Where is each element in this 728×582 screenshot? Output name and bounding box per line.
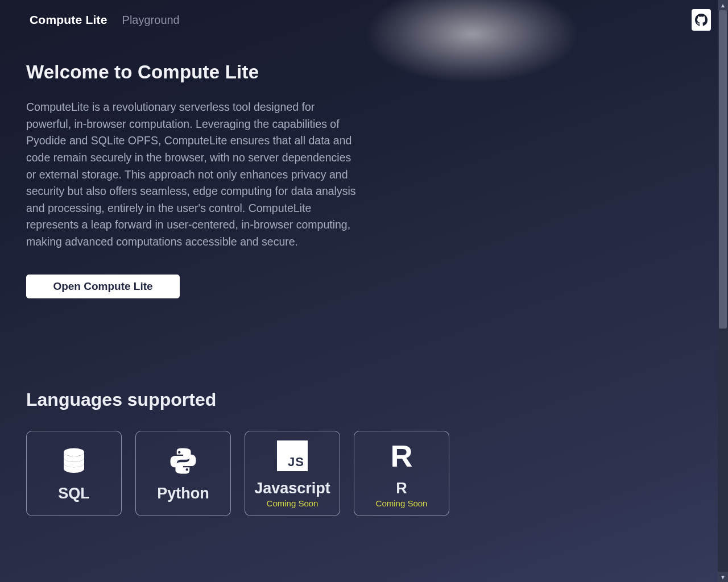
r-letter-icon: R <box>391 440 413 471</box>
javascript-icon: JS <box>277 440 308 472</box>
language-card-javascript[interactable]: JS Javascript Coming Soon <box>245 431 340 516</box>
nav-left: Compute Lite Playground <box>30 13 180 27</box>
scrollbar-thumb[interactable] <box>719 10 727 329</box>
hero-section: Welcome to Compute Lite ComputeLite is a… <box>0 32 398 298</box>
language-name: Python <box>157 485 209 502</box>
brand-link[interactable]: Compute Lite <box>30 13 107 27</box>
language-card-r[interactable]: R R Coming Soon <box>354 431 449 516</box>
language-name: R <box>396 480 407 497</box>
github-icon <box>695 14 708 26</box>
language-name: SQL <box>58 485 90 502</box>
page: Compute Lite Playground Welcome to Compu… <box>0 0 728 582</box>
top-nav: Compute Lite Playground <box>0 0 728 32</box>
github-button[interactable] <box>692 9 711 31</box>
language-card-python[interactable]: Python <box>135 431 231 516</box>
nav-link-playground[interactable]: Playground <box>122 14 180 27</box>
languages-section: Languages supported SQL <box>0 389 728 516</box>
r-icon: R <box>391 440 413 472</box>
hero-description: ComputeLite is a revolutionary serverles… <box>26 99 361 251</box>
language-name: Javascript <box>254 480 330 497</box>
scroll-up-button[interactable]: ▲ <box>718 0 728 10</box>
scroll-down-button[interactable]: ▼ <box>718 572 728 582</box>
languages-grid: SQL Python JS Javascript Coming Soon <box>26 431 698 516</box>
python-icon <box>168 445 198 477</box>
hero-title: Welcome to Compute Lite <box>26 61 369 83</box>
database-icon <box>59 445 89 477</box>
open-compute-lite-button[interactable]: Open Compute Lite <box>26 275 180 298</box>
js-square-icon: JS <box>277 440 308 471</box>
languages-heading: Languages supported <box>26 389 698 410</box>
language-note: Coming Soon <box>267 498 318 508</box>
language-note: Coming Soon <box>376 498 428 508</box>
scrollbar-track[interactable]: ▲ ▼ <box>718 0 728 582</box>
language-card-sql[interactable]: SQL <box>26 431 122 516</box>
svg-point-0 <box>64 448 84 456</box>
